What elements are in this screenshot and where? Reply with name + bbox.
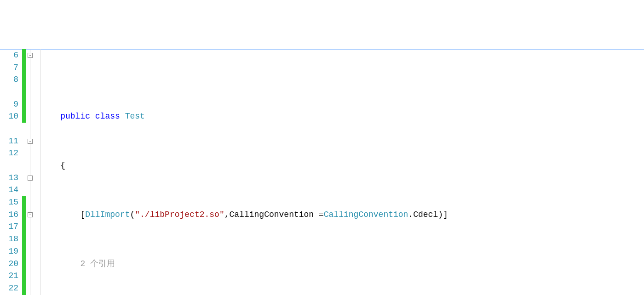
line-number: 14 [0,184,18,196]
paren-close: ) [438,210,443,219]
line-number [0,159,18,172]
code-text-area[interactable]: public class Test { [DllImport("./libPro… [35,49,644,295]
fold-tree-line [30,49,30,295]
change-marker [22,196,26,295]
dot: . [408,210,413,219]
line-number: 17 [0,221,18,233]
keyword-public: public [60,112,90,121]
line-number: 16 [0,209,18,221]
fold-toggle-icon[interactable]: - [28,212,33,217]
fold-column: ---- [27,49,35,295]
line-number: 22 [0,282,18,295]
string-libpath: "./libProject2.so" [135,210,224,219]
enum-cdecl: Cdecl [413,210,438,219]
equals: = [319,210,324,219]
change-marker [22,49,26,123]
line-number: 11 [0,135,18,148]
reference-count-2[interactable]: 2 个引用 [80,259,115,268]
code-editor[interactable]: 678910111213141516171819202122232425 ---… [0,49,644,295]
line-number: 7 [0,62,18,74]
classname-test: Test [125,112,145,121]
line-number [0,86,18,98]
bracket-open: [ [80,210,85,219]
code-line-7[interactable]: { [35,159,644,172]
attr-dllimport: DllImport [85,210,130,219]
codelens-ref-2[interactable]: 2 个引用 [35,258,644,270]
line-number: 13 [0,172,18,184]
code-line-8[interactable]: [DllImport("./libProject2.so",CallingCon… [35,209,644,221]
line-number: 20 [0,258,18,270]
comma: , [224,210,230,219]
line-number: 8 [0,74,18,86]
paren-open: ( [130,210,135,219]
fold-toggle-icon[interactable]: - [28,139,33,144]
line-number: 15 [0,196,18,209]
fold-toggle-icon[interactable]: - [28,53,33,58]
line-number: 12 [0,147,18,159]
line-number: 10 [0,110,18,123]
line-number [0,123,18,135]
line-number: 19 [0,245,18,258]
fold-toggle-icon[interactable]: - [28,176,33,181]
prop-callconv: CallingConvention [230,210,319,219]
code-line-6[interactable]: public class Test [35,110,644,123]
line-number: 6 [0,49,18,62]
line-number: 9 [0,98,18,111]
line-number: 21 [0,270,18,282]
brace-open: { [60,161,65,170]
bracket-close: ] [443,210,448,219]
line-number-gutter: 678910111213141516171819202122232425 [0,49,22,295]
line-number: 18 [0,233,18,245]
change-indicator-bar [22,49,27,295]
keyword-class: class [95,112,120,121]
type-callconv: CallingConvention [324,210,408,219]
